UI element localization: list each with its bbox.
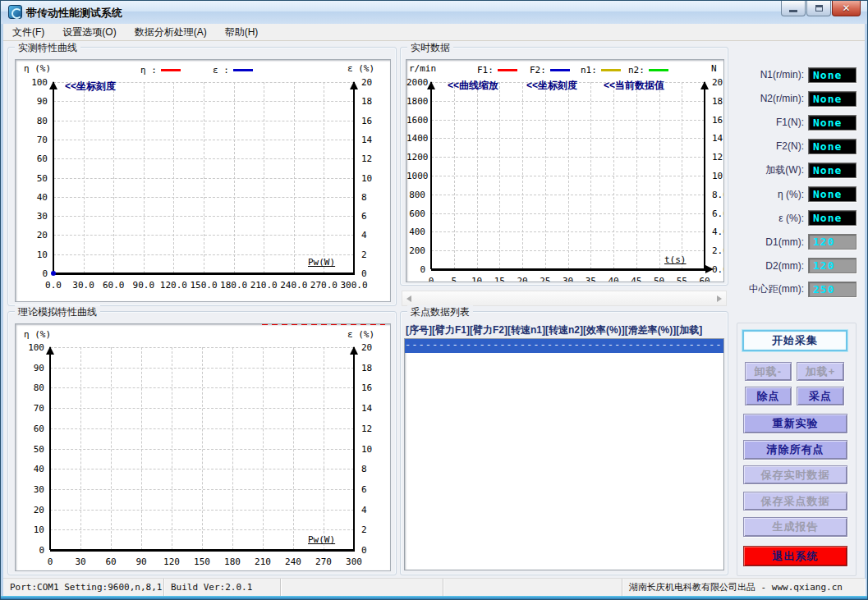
readout-label: D1(mm):	[728, 236, 808, 248]
grid-line	[50, 408, 354, 409]
collect-point-button[interactable]: 采点	[797, 387, 844, 405]
y-tick-label: 40	[16, 464, 44, 474]
grid-line	[53, 216, 354, 217]
menu-help[interactable]: 帮助(H)	[216, 24, 268, 41]
measured-curve-panel: 实测特性曲线 100908070605040302010020181614121…	[7, 47, 397, 306]
y-axis-title: η (%)	[24, 63, 51, 74]
selected-list-row[interactable]: ----------------------------------------…	[405, 339, 723, 353]
grid-line	[53, 197, 354, 198]
y-axis-left	[49, 347, 51, 550]
grid-line	[53, 140, 354, 140]
y-tick-label: 10	[361, 444, 391, 455]
chart-overlay-label[interactable]: <<坐标刻度	[65, 80, 116, 94]
scroll-right-icon[interactable]	[717, 295, 722, 302]
point-data-list[interactable]: ----------------------------------------…	[404, 338, 724, 570]
y-tick-label: 14	[361, 403, 391, 414]
y-tick-label: 70	[16, 403, 44, 414]
menu-file[interactable]: 文件(F)	[3, 24, 53, 41]
y-tick-label: 100	[16, 342, 44, 353]
y-tick-label: 1200	[406, 152, 425, 163]
readout-label: η (%):	[728, 189, 808, 200]
exit-system-button[interactable]: 退出系统	[743, 546, 847, 566]
client-area: 实测特性曲线 100908070605040302010020181614121…	[3, 41, 865, 578]
restart-experiment-button[interactable]: 重新实验	[743, 414, 847, 433]
readout-label: N1(r/min):	[728, 69, 808, 80]
y-tick-label: 60	[16, 153, 48, 164]
close-icon: ✕	[842, 2, 850, 14]
grid-line	[50, 347, 354, 348]
y-tick-label: 0	[361, 545, 391, 556]
y-axis-right	[353, 347, 355, 550]
readout-value-field[interactable]: 120	[808, 258, 857, 273]
y-tick-label: 20.0	[712, 77, 724, 88]
chart-overlay-label[interactable]: <<当前数据值	[604, 79, 664, 93]
y-tick-label: 800	[406, 190, 425, 200]
readout-row: N2(r/min):None	[728, 90, 857, 107]
y-tick-label: 18	[361, 96, 391, 107]
y-tick-label: 6	[361, 484, 391, 495]
y-tick-label: 10	[16, 250, 48, 260]
legend-label: F1:	[477, 65, 494, 76]
grid-line	[431, 157, 705, 158]
close-button[interactable]: ✕	[832, 1, 861, 16]
menu-bar: 文件(F) 设置选项(O) 数据分析处理(A) 帮助(H)	[3, 24, 865, 41]
grid-line	[50, 387, 354, 388]
clear-all-points-button[interactable]: 清除所有点	[743, 440, 847, 460]
title-bar[interactable]: 带传动性能测试系统 ✕	[1, 1, 867, 24]
y-tick-label: 1000	[406, 171, 425, 181]
readout-label: N2(r/min):	[728, 93, 808, 104]
y-tick-label: 10	[361, 173, 391, 184]
grid-line	[431, 250, 705, 251]
readout-label: ε (%):	[728, 213, 808, 224]
x-axis	[53, 273, 355, 275]
y-tick-label: 40	[16, 192, 48, 203]
y-tick-label: 4	[361, 230, 391, 240]
origin-point	[51, 271, 56, 276]
legend-label: n2:	[628, 65, 645, 76]
maximize-button[interactable]	[806, 1, 831, 16]
start-collect-button[interactable]: 开始采集	[742, 330, 847, 351]
y-tick-label: 200	[406, 245, 425, 256]
y-tick-label: 8	[361, 192, 391, 203]
y-axis-right	[704, 82, 705, 269]
legend-color-swatch	[550, 69, 570, 71]
realtime-data-panel: 实时数据 20001800160014001200100080060040020…	[400, 47, 728, 286]
y-tick-label: 20	[361, 342, 391, 353]
chart-overlay-label[interactable]: <<曲线缩放	[448, 79, 498, 93]
x-axis	[50, 549, 355, 552]
y-tick-label: 16	[361, 382, 391, 393]
y-tick-label: 14	[361, 135, 391, 145]
status-empty-2	[443, 579, 622, 596]
y-tick-label: 100	[16, 77, 48, 88]
chart-overlay-label[interactable]: <<坐标刻度	[526, 79, 577, 93]
y-tick-label: 50	[16, 444, 44, 455]
y-tick-label: 12	[361, 153, 391, 164]
y-tick-label: 6.0	[712, 208, 724, 219]
y-tick-label: 60	[16, 424, 44, 434]
readout-label: F1(N):	[728, 117, 808, 128]
readout-column: N1(r/min):NoneN2(r/min):NoneF1(N):NoneF2…	[728, 58, 857, 305]
y-tick-label: 6	[361, 211, 391, 222]
status-bar: Port:COM1 Setting:9600,n,8,1 Build Ver:2…	[3, 578, 865, 596]
readout-row: 加载(W):None	[728, 162, 857, 178]
readout-value-field[interactable]: 250	[808, 282, 857, 297]
save-point-data-button: 保存采点数据	[743, 492, 847, 511]
menu-options[interactable]: 设置选项(O)	[53, 24, 125, 41]
readout-label: F2(N):	[728, 140, 808, 152]
y-axis-title: ε (%)	[347, 329, 374, 340]
y-tick-label: 90	[16, 96, 48, 107]
realtime-chart-scrollbar[interactable]	[402, 291, 727, 306]
y-tick-label: 12	[361, 424, 391, 434]
y-tick-label: 4.0	[712, 227, 724, 237]
remove-point-button[interactable]: 除点	[745, 387, 792, 405]
y-tick-label: 20	[16, 230, 48, 240]
y-axis-title: ε (%)	[347, 63, 374, 74]
y-axis-left	[53, 82, 54, 273]
readout-row: η (%):None	[728, 186, 857, 203]
readout-value-field[interactable]: 120	[808, 234, 857, 250]
y-axis-title: r/min	[409, 63, 436, 74]
grid-line	[50, 368, 354, 369]
menu-analysis[interactable]: 数据分析处理(A)	[126, 24, 216, 41]
minimize-button[interactable]	[781, 1, 806, 16]
scroll-left-icon[interactable]	[406, 295, 411, 302]
